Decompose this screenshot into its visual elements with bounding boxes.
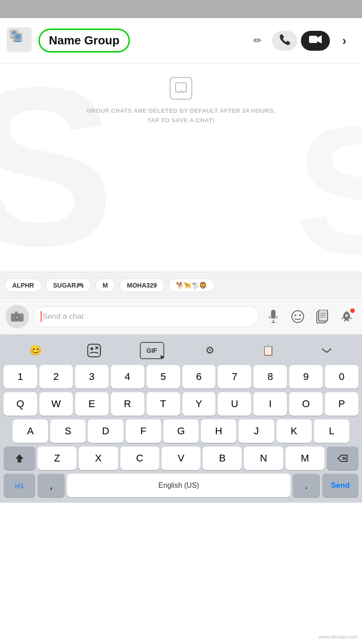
chat-info-text[interactable]: GROUP CHATS ARE DELETED BY DEFAULT AFTER… xyxy=(86,106,275,125)
key-comma[interactable]: , xyxy=(38,474,65,497)
group-name-text: Name Group xyxy=(49,34,119,47)
svg-point-14 xyxy=(292,311,304,322)
call-icon xyxy=(279,34,291,48)
key-h[interactable]: H xyxy=(201,419,236,443)
svg-rect-23 xyxy=(88,344,100,357)
key-i[interactable]: I xyxy=(253,392,287,416)
key-7[interactable]: 7 xyxy=(218,365,251,389)
kbd-emoji-btn[interactable]: 😊 xyxy=(23,341,48,360)
key-8[interactable]: 8 xyxy=(253,365,287,389)
key-o[interactable]: O xyxy=(289,392,323,416)
suggestion-chip-4[interactable]: 🐕🦮🐩🦁 xyxy=(168,279,214,292)
suggestions-bar: ALPHR SUGAR🎮 M MOHA329 🐕🦮🐩🦁 xyxy=(0,272,362,298)
call-button[interactable] xyxy=(272,31,297,51)
suggestion-chip-2[interactable]: M xyxy=(95,279,116,292)
avatar[interactable] xyxy=(7,27,34,54)
kbd-settings-btn[interactable]: ⚙ xyxy=(197,341,223,360)
svg-rect-4 xyxy=(309,36,317,43)
key-k[interactable]: K xyxy=(276,419,312,443)
svg-rect-11 xyxy=(271,310,276,318)
key-y[interactable]: Y xyxy=(182,392,216,416)
key-period[interactable]: . xyxy=(293,474,320,497)
mic-button[interactable] xyxy=(263,307,283,327)
key-6[interactable]: 6 xyxy=(182,365,216,389)
key-m[interactable]: M xyxy=(286,447,324,470)
suggestion-chip-1[interactable]: SUGAR🎮 xyxy=(45,279,91,292)
devuas-credit: www.devuas.com xyxy=(319,634,357,639)
suggestion-chip-3[interactable]: MOHA329 xyxy=(119,279,164,292)
key-5[interactable]: 5 xyxy=(147,365,180,389)
chat-info-line2: TAP TO SAVE A CHAT! xyxy=(148,117,215,124)
key-4[interactable]: 4 xyxy=(111,365,144,389)
key-space[interactable]: English (US) xyxy=(67,474,291,497)
camera-button[interactable] xyxy=(5,305,29,328)
key-e[interactable]: E xyxy=(75,392,109,416)
suggestion-chip-0[interactable]: ALPHR xyxy=(5,279,42,292)
key-shift[interactable] xyxy=(4,447,35,470)
header: Name Group ✏ › xyxy=(0,18,362,63)
svg-rect-9 xyxy=(15,312,18,314)
svg-point-8 xyxy=(15,316,19,319)
asdf-row: A S D F G H J K L xyxy=(2,419,360,443)
text-input-field[interactable]: Send a chat xyxy=(33,306,259,327)
chat-info-line1: GROUP CHATS ARE DELETED BY DEFAULT AFTER… xyxy=(86,107,275,114)
kbd-clipboard-btn[interactable]: 📋 xyxy=(256,341,281,360)
svg-point-22 xyxy=(345,314,348,317)
kbd-chevron-btn[interactable] xyxy=(314,341,339,360)
key-g[interactable]: G xyxy=(163,419,199,443)
key-delete[interactable] xyxy=(327,447,358,470)
media-button[interactable] xyxy=(312,307,332,327)
video-icon xyxy=(309,35,322,46)
qwerty-row: Q W E R T Y U I O P xyxy=(2,392,360,416)
key-n[interactable]: N xyxy=(244,447,283,470)
video-button[interactable] xyxy=(301,31,330,51)
key-a[interactable]: A xyxy=(13,419,48,443)
bottom-row: !#1 , English (US) . Send xyxy=(2,474,360,497)
rocket-badge xyxy=(350,308,355,313)
status-bar xyxy=(0,0,362,18)
key-z[interactable]: Z xyxy=(38,447,76,470)
key-r[interactable]: R xyxy=(111,392,144,416)
key-p[interactable]: P xyxy=(325,392,358,416)
key-v[interactable]: V xyxy=(162,447,200,470)
key-9[interactable]: 9 xyxy=(289,365,323,389)
key-s[interactable]: S xyxy=(50,419,86,443)
key-x[interactable]: X xyxy=(79,447,118,470)
number-row: 1 2 3 4 5 6 7 8 9 0 xyxy=(2,365,360,389)
key-u[interactable]: U xyxy=(218,392,251,416)
key-l[interactable]: L xyxy=(314,419,349,443)
key-d[interactable]: D xyxy=(88,419,123,443)
zxcv-row: Z X C V B N M xyxy=(2,447,360,470)
key-2[interactable]: 2 xyxy=(39,365,73,389)
kbd-gif-btn[interactable]: GIF ▶ xyxy=(140,342,164,359)
key-f[interactable]: F xyxy=(126,419,161,443)
key-t[interactable]: T xyxy=(147,392,180,416)
key-j[interactable]: J xyxy=(238,419,274,443)
key-1[interactable]: 1 xyxy=(4,365,37,389)
svg-point-15 xyxy=(295,314,296,316)
key-special[interactable]: !#1 xyxy=(4,474,35,497)
chat-info-icon xyxy=(170,77,192,100)
key-0[interactable]: 0 xyxy=(325,365,358,389)
rocket-button[interactable] xyxy=(337,307,357,327)
key-w[interactable]: W xyxy=(39,392,73,416)
more-button[interactable]: › xyxy=(333,30,355,52)
edit-button[interactable]: ✏ xyxy=(247,30,268,52)
emoji-button[interactable] xyxy=(288,307,308,327)
input-placeholder: Send a chat xyxy=(43,312,84,321)
key-c[interactable]: C xyxy=(120,447,159,470)
key-b[interactable]: B xyxy=(203,447,242,470)
key-q[interactable]: Q xyxy=(4,392,37,416)
input-bar: Send a chat xyxy=(0,298,362,334)
group-name-oval: Name Group xyxy=(38,29,130,53)
svg-point-10 xyxy=(21,314,22,315)
header-actions: ✏ › xyxy=(247,30,355,52)
kbd-sticker-btn[interactable] xyxy=(81,341,107,360)
key-3[interactable]: 3 xyxy=(75,365,109,389)
text-cursor xyxy=(41,311,42,322)
chat-area: S S GROUP CHATS ARE DELETED BY DEFAULT A… xyxy=(0,63,362,272)
svg-point-24 xyxy=(90,347,93,350)
avatar-icon xyxy=(7,27,32,52)
key-send[interactable]: Send xyxy=(322,474,358,497)
group-name-container[interactable]: Name Group xyxy=(38,29,242,53)
